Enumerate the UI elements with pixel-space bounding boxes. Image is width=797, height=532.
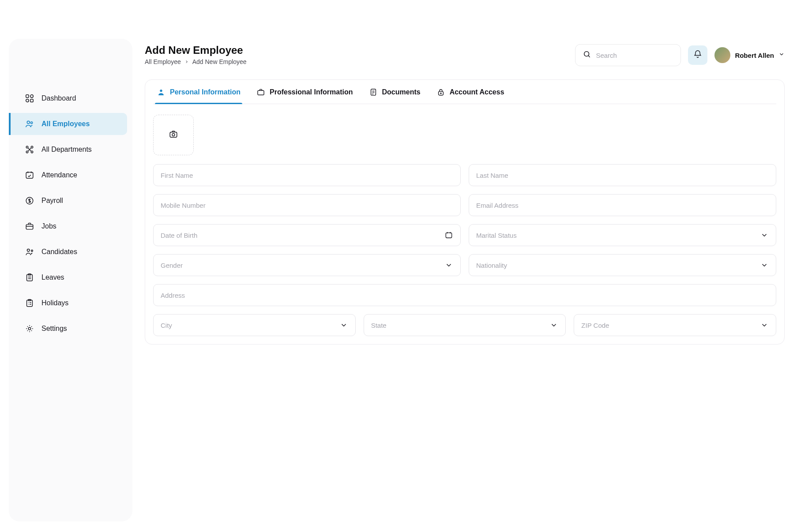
sidebar-item-label: All Employees [41, 120, 90, 128]
svg-point-14 [31, 250, 33, 251]
svg-rect-12 [26, 225, 33, 229]
first-name-input[interactable] [161, 172, 453, 179]
svg-rect-0 [26, 95, 29, 97]
state-placeholder: State [371, 322, 550, 329]
user-name: Robert Allen [735, 52, 774, 59]
sidebar-item-all-employees[interactable]: All Employees [9, 113, 127, 135]
sidebar-item-label: Payroll [41, 197, 63, 205]
bell-icon [693, 50, 702, 60]
network-icon [25, 145, 34, 154]
camera-icon [169, 129, 178, 141]
avatar [714, 47, 730, 63]
chevron-down-icon [339, 321, 348, 330]
sidebar-item-payroll[interactable]: Payroll [14, 190, 127, 212]
tab-label: Professional Information [270, 88, 353, 96]
sidebar-item-label: All Departments [41, 146, 92, 154]
sidebar-item-dashboard[interactable]: Dashboard [14, 87, 127, 109]
candidates-icon [25, 247, 34, 257]
photo-upload[interactable] [153, 115, 194, 155]
sidebar-item-holidays[interactable]: Holidays [14, 292, 127, 314]
chevron-down-icon [549, 321, 558, 330]
address-field[interactable] [153, 284, 776, 306]
sidebar-item-settings[interactable]: Settings [14, 318, 127, 340]
email-input[interactable] [476, 202, 769, 209]
email-field[interactable] [469, 194, 776, 216]
calendar-check-icon [25, 170, 34, 180]
page-title: Add New Employee [145, 44, 247, 56]
tab-label: Personal Information [170, 88, 241, 96]
breadcrumb-current: Add New Employee [192, 58, 247, 65]
document-icon [369, 88, 378, 97]
form: Date of Birth Marital Status Gender [153, 104, 776, 336]
svg-rect-1 [30, 95, 33, 97]
sidebar-item-label: Attendance [41, 171, 77, 179]
search-input[interactable] [596, 52, 673, 59]
svg-point-20 [584, 52, 589, 56]
city-field[interactable]: City [153, 314, 356, 336]
search-box[interactable] [575, 44, 681, 66]
tab-professional-information[interactable]: Professional Information [255, 80, 354, 104]
tab-label: Documents [382, 88, 421, 96]
nav-list: Dashboard All Employees All Departments … [9, 87, 132, 340]
sidebar-item-jobs[interactable]: Jobs [14, 215, 127, 237]
svg-point-13 [27, 249, 30, 252]
briefcase-icon [256, 88, 265, 97]
header: Add New Employee All Employee Add New Em… [145, 9, 785, 66]
svg-rect-28 [446, 233, 451, 238]
svg-rect-2 [26, 99, 29, 102]
dollar-icon [25, 196, 34, 206]
sidebar-item-label: Settings [41, 325, 67, 333]
last-name-field[interactable] [469, 164, 776, 186]
svg-rect-26 [170, 132, 177, 137]
breadcrumb: All Employee Add New Employee [145, 58, 247, 65]
notifications-button[interactable] [688, 45, 707, 65]
svg-point-8 [26, 151, 28, 153]
svg-point-21 [160, 90, 162, 92]
chevron-down-icon [444, 261, 453, 270]
zip-placeholder: ZIP Code [581, 322, 760, 329]
sidebar-item-label: Candidates [41, 248, 77, 256]
svg-rect-24 [438, 91, 443, 95]
breadcrumb-root[interactable]: All Employee [145, 58, 181, 65]
first-name-field[interactable] [153, 164, 461, 186]
user-icon [157, 88, 165, 97]
main: Add New Employee All Employee Add New Em… [132, 0, 797, 532]
sidebar-item-label: Dashboard [41, 94, 76, 102]
mobile-input[interactable] [161, 202, 453, 209]
mobile-field[interactable] [153, 194, 461, 216]
svg-point-9 [31, 151, 33, 153]
svg-rect-22 [258, 90, 264, 95]
nationality-field[interactable]: Nationality [469, 254, 776, 276]
search-icon [583, 50, 591, 60]
tab-account-access[interactable]: Account Access [435, 80, 506, 104]
dob-placeholder: Date of Birth [161, 232, 444, 239]
briefcase-icon [25, 221, 34, 231]
calendar-icon [444, 231, 453, 240]
svg-rect-23 [371, 89, 376, 95]
sidebar-item-leaves[interactable]: Leaves [14, 266, 127, 288]
tab-documents[interactable]: Documents [367, 80, 422, 104]
svg-point-25 [440, 93, 441, 94]
tab-label: Account Access [450, 88, 504, 96]
lock-icon [436, 88, 445, 97]
svg-point-4 [27, 121, 30, 124]
last-name-input[interactable] [476, 172, 769, 179]
svg-point-7 [31, 146, 33, 148]
gender-placeholder: Gender [161, 262, 444, 269]
gender-field[interactable]: Gender [153, 254, 461, 276]
clipboard-list-icon [25, 298, 34, 308]
chevron-down-icon [760, 321, 769, 330]
tab-personal-information[interactable]: Personal Information [155, 80, 242, 104]
chevron-down-icon [760, 231, 769, 240]
dob-field[interactable]: Date of Birth [153, 224, 461, 246]
marital-status-field[interactable]: Marital Status [469, 224, 776, 246]
marital-placeholder: Marital Status [476, 232, 760, 239]
user-menu[interactable]: Robert Allen [714, 47, 785, 63]
zip-field[interactable]: ZIP Code [574, 314, 776, 336]
address-input[interactable] [161, 292, 769, 299]
state-field[interactable]: State [364, 314, 566, 336]
sidebar-item-attendance[interactable]: Attendance [14, 164, 127, 186]
sidebar-item-candidates[interactable]: Candidates [14, 241, 127, 263]
svg-point-6 [26, 146, 28, 148]
sidebar-item-all-departments[interactable]: All Departments [14, 139, 127, 161]
